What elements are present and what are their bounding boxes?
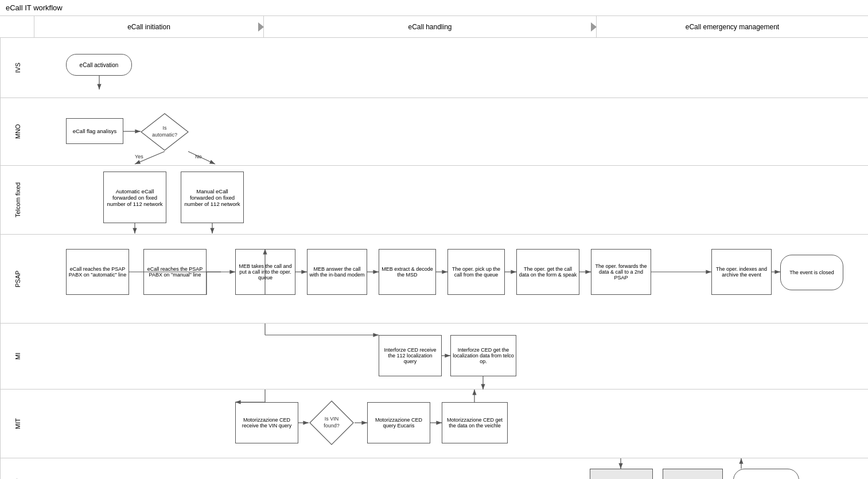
node-motoriz-data: Motorizzazione CED get the data on the v… (442, 402, 508, 443)
svg-text:Is: Is (162, 125, 167, 131)
lane-mi: MI Interforze CED receive the 112 locali… (0, 324, 868, 390)
node-oper-get-data: The oper. get the call data on the form … (516, 249, 579, 295)
lane-content-mno: eCall flag analisys Is automatic? (34, 98, 868, 165)
node-ecall-activation: eCall activation (66, 54, 132, 76)
node-oper-indexes: The oper. indexes and archive the event (711, 249, 772, 295)
node-meb-answer: MEB answer the call with the in-band mod… (307, 249, 367, 295)
node-ecall-reaches-manual: eCall reaches the PSAP PABX on "manual" … (143, 249, 207, 295)
ivs-arrows (34, 38, 868, 98)
lane-label-psap: PSAP (0, 235, 34, 323)
lane-content-ivs: eCall activation (34, 38, 868, 98)
lane-content-mi: Interforze CED receive the 112 localizat… (34, 324, 868, 389)
lane-content-telcom: Automatic eCall forwarded on fixed numbe… (34, 166, 868, 234)
node-emerg-centre: The emergency centre handle the event (590, 469, 653, 479)
lane-mno: MNO eCall flag analisys Is automatic? (0, 98, 868, 166)
svg-text:No: No (195, 154, 202, 159)
workflow-container: eCall IT workflow eCall initiation eCall… (0, 0, 868, 479)
svg-text:automatic?: automatic? (152, 132, 177, 138)
node-auto-forward: Automatic eCall forwarded on fixed numbe… (103, 172, 166, 223)
lane-label-mi: MI (0, 324, 34, 389)
lane-content-mit: Motorizzazione CED receive the VIN query… (34, 390, 868, 458)
phase-handling: eCall handling (264, 16, 597, 37)
header-empty (0, 16, 34, 37)
lane-content-psap2: The emergency centre handle the event Th… (34, 458, 868, 479)
node-motoriz-eucaris: Motorizzazione CED query Eucaris (367, 402, 430, 443)
node-interforze-112: Interforze CED receive the 112 localizat… (379, 335, 442, 376)
phase-emergency: eCall emergency management (597, 16, 868, 37)
lane-label-ivs: IVS (0, 38, 34, 98)
lane-ivs: IVS eCall activation (0, 38, 868, 98)
node-oper-forwards: The oper. forwards the data & call to a … (591, 249, 651, 295)
lane-mit: MIT Motorizzazione CED receive the VIN q… (0, 390, 868, 458)
lane-label-mit: MIT (0, 390, 34, 458)
svg-line-6 (135, 151, 165, 164)
svg-text:found?: found? (324, 423, 340, 429)
svg-text:Is VIN: Is VIN (325, 416, 339, 422)
node-is-automatic: Is automatic? (141, 112, 189, 151)
node-motoriz-vin: Motorizzazione CED receive the VIN query (235, 402, 298, 443)
node-is-vin: Is VIN found? (309, 400, 355, 446)
lane-content-psap: eCall reaches the PSAP PABX on "automati… (34, 235, 868, 323)
node-event-closed: The event is closed (780, 255, 843, 290)
lane-label-telcom: Telcom fixed (0, 166, 34, 234)
node-resources-sent: Resources are sent to the accident locat… (733, 469, 799, 479)
phase-arrow-2 (591, 22, 597, 32)
lane-psap2: 2° PSAP The emergency centre handle the … (0, 458, 868, 479)
node-interforze-loc: Interforze CED get the localization data… (450, 335, 516, 376)
node-oper-pickup: The oper. pick up the call from the queu… (447, 249, 505, 295)
node-meb-takes: MEB takes the call and put a call into t… (235, 249, 295, 295)
lane-telcom: Telcom fixed Automatic eCall forwarded o… (0, 166, 868, 235)
page-title: eCall IT workflow (0, 0, 868, 16)
phase-arrow-1 (258, 22, 264, 32)
node-manual-forward: Manual eCall forwarded on fixed number o… (181, 172, 244, 223)
lane-label-mno: MNO (0, 98, 34, 165)
node-ecall-flag: eCall flag analisys (66, 118, 123, 144)
svg-line-7 (188, 151, 215, 164)
svg-text:Yes: Yes (135, 154, 143, 159)
node-ecall-reaches-auto: eCall reaches the PSAP PABX on "automati… (66, 249, 129, 295)
node-meb-extract: MEB extract & decode the MSD (379, 249, 436, 295)
lane-psap: PSAP eCall reaches the PSAP PABX on "aut… (0, 235, 868, 324)
node-oper-collects: The oper. collects additional data (663, 469, 723, 479)
phase-initiation: eCall initiation (34, 16, 264, 37)
lane-label-psap2: 2° PSAP (0, 458, 34, 479)
